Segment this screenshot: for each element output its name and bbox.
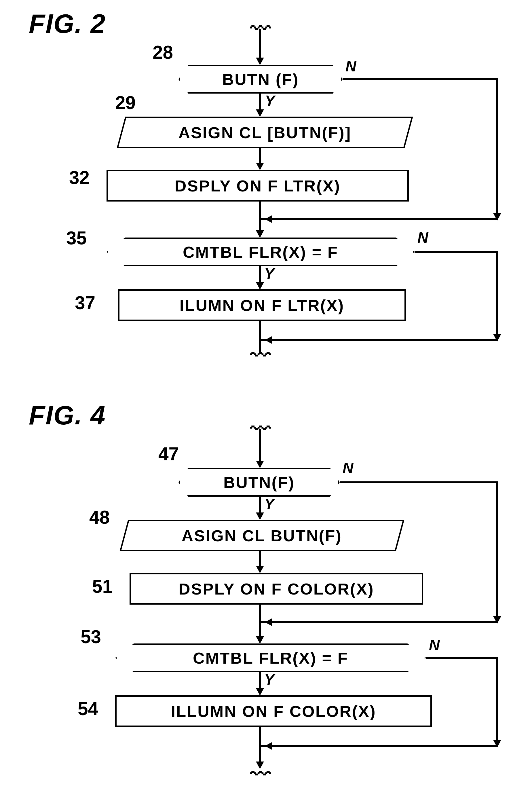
ref-28: 28 <box>153 42 173 63</box>
arrow-head <box>256 461 264 468</box>
decision-text: BUTN (F) <box>222 70 299 89</box>
arrow <box>259 218 498 220</box>
arrow-head <box>256 110 264 117</box>
arrow-head <box>256 512 264 520</box>
io-asign-cl-29: ASIGN CL [BUTN(F)] <box>117 117 413 148</box>
io-text: ASIGN CL BUTN(F) <box>182 526 342 545</box>
process-text: DSPLY ON F LTR(X) <box>175 177 340 195</box>
ref-35: 35 <box>66 228 87 249</box>
label-n: N <box>342 459 354 476</box>
process-dsply-51: DSPLY ON F COLOR(X) <box>130 573 423 605</box>
process-illumn-54: ILLUMN ON F COLOR(X) <box>115 695 432 727</box>
arrow-head <box>256 58 264 65</box>
ref-37: 37 <box>75 292 95 314</box>
exit-squiggle-fig4: 〰 <box>251 763 271 786</box>
process-text: ILUMN ON F LTR(X) <box>180 296 344 315</box>
process-ilumn-37: ILUMN ON F LTR(X) <box>118 289 406 321</box>
figure-2-title: FIG. 2 <box>29 8 106 39</box>
arrow-head <box>256 230 264 238</box>
io-asign-cl-48: ASIGN CL BUTN(F) <box>119 520 404 551</box>
label-y: Y <box>265 92 275 110</box>
decision-butn-f-28: BUTN (F) <box>178 65 342 94</box>
arrow <box>259 29 261 60</box>
arrow <box>496 78 498 216</box>
label-y: Y <box>264 265 274 282</box>
decision-text: BUTN(F) <box>223 473 295 492</box>
label-n: N <box>346 58 356 75</box>
arrow <box>259 339 498 341</box>
arrow-head <box>256 636 264 644</box>
arrow-head <box>256 688 264 695</box>
ref-29: 29 <box>115 92 136 114</box>
arrow-head <box>256 163 264 170</box>
arrow-head <box>265 742 272 750</box>
arrow <box>259 727 261 764</box>
decision-text: CMTBL FLR(X) = F <box>183 243 338 261</box>
label-y: Y <box>264 671 274 688</box>
arrow-head <box>256 566 264 573</box>
arrow <box>259 429 261 464</box>
ref-51: 51 <box>92 576 113 597</box>
arrow <box>340 481 498 483</box>
ref-32: 32 <box>69 167 90 188</box>
arrow <box>259 745 498 747</box>
arrow-head <box>256 282 264 290</box>
arrow-head <box>265 336 272 344</box>
arrow <box>342 78 498 80</box>
io-text: ASIGN CL [BUTN(F)] <box>178 123 351 142</box>
ref-48: 48 <box>89 507 110 528</box>
decision-butn-f-47: BUTN(F) <box>178 468 340 497</box>
arrow <box>415 251 498 253</box>
ref-54: 54 <box>78 698 98 720</box>
arrow <box>426 657 498 659</box>
arrow-head <box>265 618 272 626</box>
label-n: N <box>417 229 428 246</box>
figure-4-title: FIG. 4 <box>29 400 106 430</box>
decision-cmtbl-35: CMTBL FLR(X) = F <box>106 238 415 266</box>
exit-squiggle-fig2: 〰 <box>251 344 271 367</box>
decision-cmtbl-53: CMTBL FLR(X) = F <box>115 644 426 672</box>
arrow <box>259 605 261 639</box>
label-n: N <box>429 636 440 653</box>
process-text: DSPLY ON F COLOR(X) <box>178 579 374 598</box>
process-dsply-32: DSPLY ON F LTR(X) <box>106 170 409 201</box>
arrow <box>259 201 261 233</box>
label-y: Y <box>264 495 274 512</box>
arrow-head <box>265 215 272 223</box>
arrow <box>496 657 498 743</box>
arrow <box>496 481 498 619</box>
arrow <box>496 251 498 337</box>
ref-53: 53 <box>81 626 101 648</box>
ref-47: 47 <box>158 444 179 465</box>
arrow <box>259 621 498 623</box>
decision-text: CMTBL FLR(X) = F <box>193 649 348 667</box>
process-text: ILLUMN ON F COLOR(X) <box>171 702 376 721</box>
